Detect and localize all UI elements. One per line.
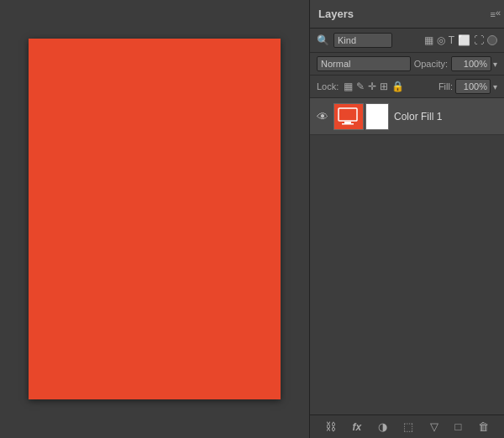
group-layers-icon[interactable]: ▽ xyxy=(430,420,438,433)
lock-all-icon[interactable]: 🔒 xyxy=(391,81,404,92)
lock-move-icon[interactable]: ✛ xyxy=(368,81,376,92)
monitor-icon xyxy=(338,107,360,126)
panel-bottom-toolbar: ⛓ fx ◑ ⬚ ▽ □ 🗑 xyxy=(310,415,504,438)
canvas xyxy=(29,39,281,399)
lock-icons: ▦ ✎ ✛ ⊞ 🔒 xyxy=(344,81,433,92)
filter-icons: ▦ ◎ T ⬜ ⛶ xyxy=(396,34,497,46)
panel-header: Layers ≡ xyxy=(310,0,504,29)
lock-artboard-icon[interactable]: ⊞ xyxy=(380,81,388,92)
panel-title: Layers xyxy=(318,8,354,20)
layer-item[interactable]: 👁 Color Fill 1 xyxy=(310,98,504,135)
svg-rect-1 xyxy=(344,122,351,123)
lock-transparent-icon[interactable]: ▦ xyxy=(344,81,353,92)
search-icon: 🔍 xyxy=(317,34,329,46)
layer-thumb-container xyxy=(333,103,389,130)
fill-section: Fill: 100% ▾ xyxy=(438,79,497,94)
opacity-dropdown-arrow[interactable]: ▾ xyxy=(493,60,497,69)
filter-type-icon[interactable]: T xyxy=(449,34,454,46)
mask-icon[interactable]: ⬚ xyxy=(403,420,413,433)
fx-icon[interactable]: fx xyxy=(352,421,361,433)
fill-value[interactable]: 100% xyxy=(455,79,491,94)
kind-select[interactable]: Kind xyxy=(333,33,392,48)
filter-shape-icon[interactable]: ⬜ xyxy=(458,34,470,46)
new-fill-adjustment-icon[interactable]: ◑ xyxy=(378,420,387,433)
opacity-label: Opacity: xyxy=(414,59,448,69)
canvas-area xyxy=(0,0,309,438)
svg-rect-2 xyxy=(342,123,354,125)
filter-row: 🔍 Kind ▦ ◎ T ⬜ ⛶ xyxy=(310,29,504,53)
new-layer-icon[interactable]: □ xyxy=(455,420,462,433)
layer-name: Color Fill 1 xyxy=(394,111,497,123)
layers-list: 👁 Color Fill 1 xyxy=(310,98,504,415)
layers-panel: × « Layers ≡ 🔍 Kind ▦ ◎ T ⬜ ⛶ Normal Opa… xyxy=(309,0,504,438)
delete-layer-icon[interactable]: 🗑 xyxy=(478,420,489,433)
collapse-icon[interactable]: « xyxy=(496,8,501,18)
svg-rect-0 xyxy=(339,108,357,121)
fill-dropdown-arrow[interactable]: ▾ xyxy=(493,82,497,91)
link-layers-icon[interactable]: ⛓ xyxy=(325,420,336,433)
lock-paint-icon[interactable]: ✎ xyxy=(356,81,365,92)
lock-label: Lock: xyxy=(317,81,339,91)
filter-adjust-icon[interactable]: ◎ xyxy=(437,34,445,46)
filter-toggle[interactable] xyxy=(487,35,497,45)
lock-row: Lock: ▦ ✎ ✛ ⊞ 🔒 Fill: 100% ▾ xyxy=(310,76,504,98)
visibility-icon[interactable]: 👁 xyxy=(317,110,328,123)
opacity-value[interactable]: 100% xyxy=(451,56,491,71)
blend-mode-select[interactable]: Normal xyxy=(317,56,411,71)
blend-row: Normal Opacity: 100% ▾ xyxy=(310,53,504,76)
fill-label: Fill: xyxy=(438,81,453,91)
filter-smart-icon[interactable]: ⛶ xyxy=(474,34,484,46)
filter-pixel-icon[interactable]: ▦ xyxy=(424,34,433,46)
layer-thumbnail xyxy=(333,103,364,130)
layer-mask-thumbnail xyxy=(365,103,389,130)
